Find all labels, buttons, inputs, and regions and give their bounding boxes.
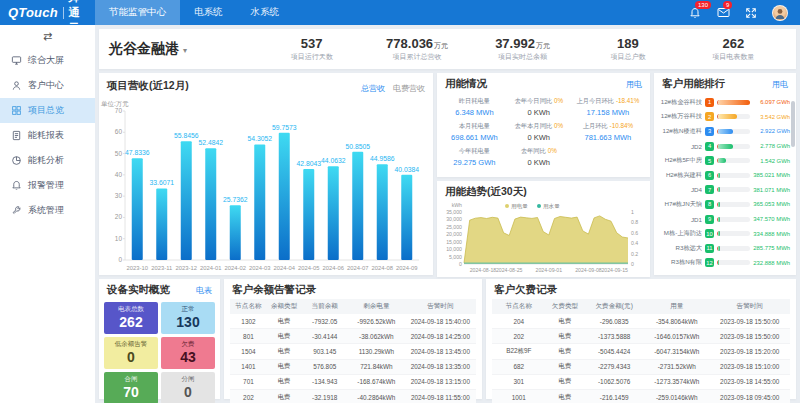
project-stats-bar: 光谷金融港 ▾ 537项目运行天数778.036万元项目累计总营收37.992万… (99, 29, 796, 69)
energy-stat-value: 29.275 GWh (443, 158, 506, 167)
table-cell: 903.145 (301, 344, 348, 359)
settings-icon (11, 205, 22, 216)
device-tab-meter[interactable]: 电表 (196, 285, 212, 296)
ranking-row: JD19347.570 MWh (658, 212, 790, 227)
sidebar-item[interactable]: 报警管理 (0, 173, 95, 198)
sidebar-item[interactable]: 客户中心 (0, 73, 95, 98)
svg-text:25,000: 25,000 (446, 224, 462, 230)
table-cell: 2024-09-18 13:35:00 (405, 359, 476, 374)
sidebar-item[interactable]: 综合大屏 (0, 48, 95, 73)
energy-stat-label: 昨日耗电量 (443, 97, 506, 106)
ranking-badge: 10 (705, 229, 714, 238)
table-row: 202电费-32.1918-40.2864kWh2024-09-18 11:55… (230, 389, 476, 403)
top-tab[interactable]: 节能监管中心 (95, 0, 180, 25)
stat-unit: 万元 (536, 42, 550, 49)
arrears-table-title: 客户欠费记录 (494, 283, 557, 297)
analysis-icon (11, 155, 22, 166)
table-cell: -30.4144 (301, 329, 348, 344)
revenue-tab[interactable]: 电费营收 (393, 84, 425, 93)
energy-stat-percent: 0% (548, 147, 557, 154)
device-overview-panel: 设备实时概览 电表 电表总数262正常130低余额告警0欠费43合闸70分闸0 (99, 279, 220, 399)
ranking-bar (718, 100, 750, 105)
stat-unit: 万元 (434, 42, 448, 49)
ranking-list: 12#栋金谷科技16.097 GWh12#栋万谷科技23.542 GWh12#栋… (654, 93, 796, 272)
ranking-tab-electric[interactable]: 用电 (772, 79, 788, 90)
ranking-row: R3栋N有限12232.888 MWh (658, 256, 790, 271)
sidebar-item[interactable]: 项目总览 (0, 98, 95, 123)
fullscreen-button[interactable] (744, 6, 758, 20)
ranking-panel-title: 客户用能排行 (662, 77, 725, 91)
ranking-scrollbar[interactable] (791, 101, 795, 147)
ranking-bar (718, 187, 720, 192)
energy-trend-chart: 05,00010,00015,00020,00025,00030,00035,0… (437, 201, 642, 273)
sidebar-item-label: 报警管理 (28, 179, 64, 192)
table-cell: 1504 (230, 344, 267, 359)
energy-stat-value: 0 KWh (506, 108, 572, 117)
energy-stat: 去年同比 0%0 KWh (506, 147, 572, 167)
stat-label: 项目累计总营收 (364, 52, 469, 62)
svg-text:15,000: 15,000 (446, 239, 462, 245)
table-cell: 2023-09-18 15:50:00 (710, 329, 791, 344)
device-tile-label: 欠费 (161, 340, 215, 349)
svg-text:10: 10 (115, 235, 123, 242)
logo-divider (63, 7, 64, 19)
table-cell: -168.674kWh (348, 374, 405, 389)
top-tab[interactable]: 水系统 (237, 0, 294, 25)
balance-alarm-panel: 客户余额告警记录 节点名称余额类型当前余额剩余电量告警时间1302电费-7932… (224, 279, 482, 399)
ranking-row: H2#栋5F中房51.542 GWh (658, 153, 790, 168)
sidebar-item[interactable]: 系统管理 (0, 198, 95, 223)
ranking-customer-name: 12#栋万谷科技 (658, 112, 702, 121)
stat-value: 778.036万元 (364, 36, 469, 51)
table-row: 701电费-134.943-168.674kWh2024-09-18 13:15… (230, 374, 476, 389)
table-cell: 202 (230, 389, 267, 403)
project-stat: 189项目总户数 (575, 36, 680, 62)
svg-text:0.8: 0.8 (631, 219, 638, 225)
messages-button[interactable]: 9 (716, 6, 730, 20)
svg-text:2024-02: 2024-02 (225, 265, 246, 271)
main-layout: ⇄ 综合大屏客户中心项目总览能耗报表能耗分析报警管理系统管理 光谷金融港 ▾ 5… (0, 25, 800, 403)
energy-stat: 今年耗电量 29.275 GWh (443, 147, 506, 167)
stat-value: 37.992万元 (470, 36, 575, 51)
svg-text:5,000: 5,000 (449, 254, 462, 260)
notifications-button[interactable]: 130 (688, 6, 702, 20)
device-tile: 低余额告警0 (104, 337, 158, 369)
stat-items: 537项目运行天数778.036万元项目累计总营收37.992万元项目实时总余额… (259, 36, 786, 62)
table-cell: 电费 (546, 374, 585, 389)
svg-text:40.0384: 40.0384 (394, 166, 419, 173)
device-tile-value: 130 (161, 314, 215, 330)
table-cell: 电费 (267, 359, 301, 374)
table-cell: -2731.52kWh (644, 359, 710, 374)
user-avatar[interactable] (772, 5, 788, 21)
svg-text:2023-12: 2023-12 (176, 265, 197, 271)
device-tile-label: 低余额告警 (104, 340, 158, 349)
table-cell: 701 (230, 374, 267, 389)
table-row: 301电费-1062.5076-1273.3574kWh2023-09-18 1… (492, 374, 790, 389)
energy-tab-electric[interactable]: 用电 (626, 79, 642, 90)
table-cell: -40.2864kWh (348, 389, 405, 403)
project-selector[interactable]: 光谷金融港 ▾ (109, 40, 259, 58)
sidebar-item[interactable]: 能耗报表 (0, 123, 95, 148)
device-tile-label: 正常 (161, 305, 215, 314)
svg-text:2024-08: 2024-08 (372, 265, 393, 271)
sidebar-item-label: 综合大屏 (28, 54, 64, 67)
table-cell: 电费 (267, 374, 301, 389)
device-tile-value: 0 (161, 384, 215, 400)
balance-alarm-table: 节点名称余额类型当前余额剩余电量告警时间1302电费-7932.05-9926.… (230, 299, 476, 403)
energy-stat-percent: 0% (554, 97, 563, 104)
sidebar-item[interactable]: 能耗分析 (0, 148, 95, 173)
table-cell: 576.805 (301, 359, 348, 374)
ranking-customer-name: JD2 (658, 143, 702, 150)
table-cell: 1302 (230, 314, 267, 329)
svg-text:0: 0 (631, 261, 634, 267)
revenue-tab[interactable]: 总营收 (361, 84, 385, 93)
sidebar: ⇄ 综合大屏客户中心项目总览能耗报表能耗分析报警管理系统管理 (0, 25, 95, 403)
ranking-customer-name: R3栋N有限 (658, 258, 702, 267)
sidebar-collapse-button[interactable]: ⇄ (0, 27, 95, 48)
device-tile-label: 电表总数 (104, 305, 158, 314)
top-tab[interactable]: 电系统 (180, 0, 237, 25)
table-row: B22栋9F电费-5045.4424-6047.3154kWh2023-09-1… (492, 344, 790, 359)
table-row: 1401电费576.805721.84kWh2024-09-18 13:35:0… (230, 359, 476, 374)
table-cell: 682 (492, 359, 546, 374)
table-cell: 电费 (546, 344, 585, 359)
device-panel-title: 设备实时概览 (107, 283, 170, 297)
